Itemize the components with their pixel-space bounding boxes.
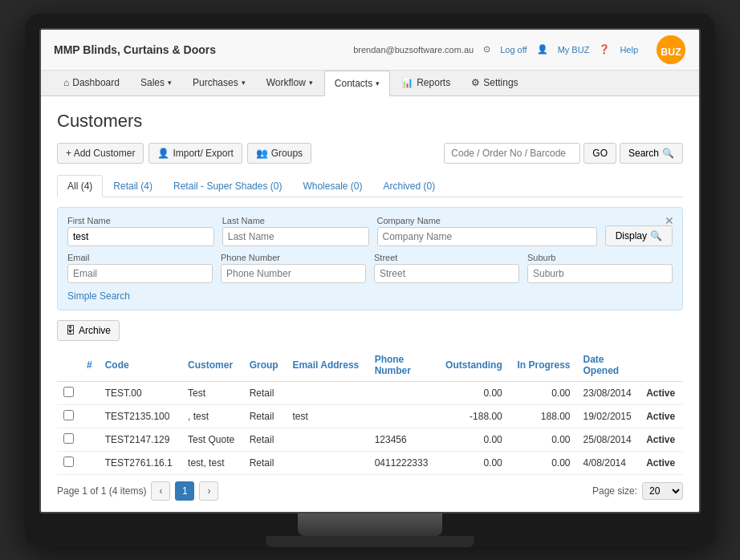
table-row: TEST.00 Test Retail 0.00 0.00 23/08/2014… [57,381,683,404]
tab-retail[interactable]: Retail (4) [103,175,163,197]
last-name-field: Last Name [222,216,369,246]
add-customer-button[interactable]: + Add Customer [57,143,144,164]
archive-button[interactable]: 🗄 Archive [57,320,120,341]
company-name-field: Company Name [377,216,597,246]
suburb-input[interactable] [527,264,673,283]
street-input[interactable] [374,264,519,283]
simple-search-link[interactable]: Simple Search [67,290,130,302]
row-inprogress: 188.00 [509,404,577,428]
phone-input[interactable] [221,264,366,283]
nav-workflow[interactable]: Workflow ▾ [257,71,323,95]
user-email: brendan@buzsoftware.com.au [353,45,474,55]
page-title: Customers [57,111,683,132]
row-check[interactable] [57,428,80,451]
table-header: # Code Customer Group Email Address [57,349,683,382]
close-icon[interactable]: ✕ [665,214,674,227]
row-group: Retail [243,451,287,474]
user-icon: 👤 [537,44,548,55]
last-name-input[interactable] [222,227,369,246]
row-dateopened: 23/08/2014 [577,381,640,404]
go-button[interactable]: GO [583,143,616,164]
table-row: TEST2761.16.1 test, test Retail 04112223… [57,451,683,474]
tab-retail-super[interactable]: Retail - Super Shades (0) [163,175,292,197]
company-name-label: Company Name [377,216,597,225]
th-code[interactable]: Code [99,349,181,382]
row-status: Active [640,428,683,451]
tab-archived[interactable]: Archived (0) [372,175,445,197]
display-button[interactable]: Display 🔍 [605,225,673,246]
row-check[interactable] [57,381,80,404]
page-size-label: Page size: [592,485,637,497]
row-hash [80,428,99,451]
archive-icon: 🗄 [66,325,75,336]
row-checkbox[interactable] [63,457,74,467]
reports-icon: 📊 [401,77,413,88]
row-customer[interactable]: , test [181,404,243,428]
company-name-input[interactable] [377,227,597,246]
email-label: Email [67,253,213,262]
mybuz-link[interactable]: My BUZ [558,45,590,55]
table-row: TEST2135.100 , test Retail test -188.00 … [57,404,683,428]
th-inprogress[interactable]: In Progress [509,349,577,382]
pagination-info: Page 1 of 1 (4 items) [57,485,146,497]
th-phone[interactable]: PhoneNumber [368,349,437,382]
th-dateopened[interactable]: DateOpened [577,349,640,382]
th-customer[interactable]: Customer [181,349,243,382]
row-checkbox[interactable] [63,433,74,444]
table-row: TEST2147.129 Test Quote Retail 123456 0.… [57,428,683,451]
page-size-select[interactable]: 20 50 100 [642,482,683,500]
row-phone: 123456 [368,428,437,451]
th-email[interactable]: Email Address [286,349,368,382]
row-phone [368,404,437,428]
nav-settings[interactable]: ⚙ Settings [461,71,527,95]
email-input[interactable] [67,264,213,283]
row-customer[interactable]: Test [181,381,243,404]
nav-reports[interactable]: 📊 Reports [392,71,460,95]
th-group[interactable]: Group [243,349,287,382]
row-hash [80,404,99,428]
row-phone: 0411222333 [368,451,437,474]
nav-bar: ⌂ Dashboard Sales ▾ Purchases ▾ Workflow… [41,71,699,96]
row-customer[interactable]: test, test [181,451,243,474]
help-link[interactable]: Help [620,45,638,55]
row-checkbox[interactable] [63,387,74,397]
search-button[interactable]: Search 🔍 [620,143,683,164]
prev-page-button[interactable]: ‹ [151,481,170,501]
row-check[interactable] [57,404,80,428]
row-customer[interactable]: Test Quote [181,428,243,451]
groups-icon: 👥 [256,148,268,159]
top-bar: MMP Blinds, Curtains & Doors brendan@buz… [41,30,699,71]
code-search-input[interactable] [444,143,580,164]
tab-all[interactable]: All (4) [57,175,103,197]
sales-caret: ▾ [168,79,172,87]
page-1-button[interactable]: 1 [175,481,194,501]
nav-sales[interactable]: Sales ▾ [131,71,181,95]
search-row-2: Email Phone Number Street Suburb [67,253,673,283]
row-group: Retail [243,381,287,404]
nav-dashboard[interactable]: ⌂ Dashboard [54,71,129,95]
toolbar-right: GO Search 🔍 [444,143,683,164]
row-outstanding: -188.00 [437,404,509,428]
pagination-right: Page size: 20 50 100 [592,482,683,500]
th-hash: # [80,349,99,382]
nav-purchases[interactable]: Purchases ▾ [183,71,255,95]
row-code: TEST2761.16.1 [99,451,181,474]
next-page-button[interactable]: › [199,481,218,501]
import-export-button[interactable]: 👤 Import/ Export [148,143,242,164]
nav-contacts[interactable]: Contacts ▾ [324,71,390,96]
row-dateopened: 19/02/2015 [577,404,640,428]
row-outstanding: 0.00 [437,451,509,474]
th-outstanding[interactable]: Outstanding [437,349,509,382]
phone-label: Phone Number [221,253,366,262]
search-row-1: First Name Last Name Company Name Displa… [67,216,673,246]
row-code: TEST2135.100 [99,404,181,428]
search-icon: 🔍 [662,148,674,159]
row-check[interactable] [57,451,80,474]
groups-button[interactable]: 👥 Groups [247,143,311,164]
tab-wholesale[interactable]: Wholesale (0) [292,175,372,197]
row-checkbox[interactable] [63,410,74,420]
dashboard-icon: ⌂ [63,77,69,88]
first-name-input[interactable] [67,227,214,246]
row-group: Retail [243,404,287,428]
logoff-link[interactable]: Log off [500,45,527,55]
